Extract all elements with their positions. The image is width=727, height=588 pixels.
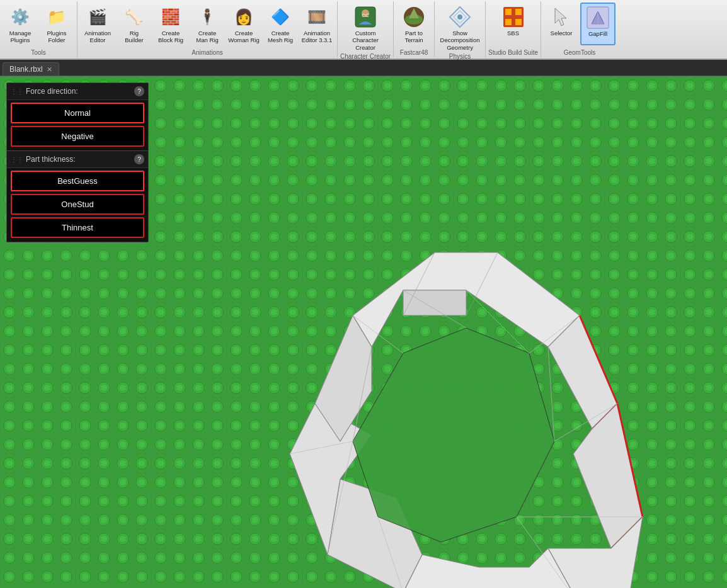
create-mesh-rig-icon: 🔷	[269, 6, 292, 28]
custom-character-creator-button[interactable]: CC Custom CharacterCreator	[344, 3, 387, 53]
toolbar-geomtools-items: Selector GapFill	[544, 3, 615, 49]
main-viewport: Force direction: ? Normal Negative Part …	[0, 76, 727, 588]
force-direction-title: Force direction:	[11, 87, 78, 96]
tabbar: Blank.rbxl ✕	[0, 60, 727, 76]
plugins-folder-icon: 📁	[45, 6, 68, 28]
rig-builder-button[interactable]: 🦴 RigBuilder	[117, 3, 152, 46]
sbs-button[interactable]: SBS	[496, 3, 531, 45]
create-woman-rig-icon: 👩	[232, 6, 255, 28]
manage-plugins-label: Manage Plugins	[4, 30, 36, 44]
plugins-folder-button[interactable]: 📁 Plugins Folder	[39, 3, 74, 46]
create-mesh-rig-label: CreateMesh Rig	[268, 30, 293, 44]
toolbar-group-fastcar48: Part toTerrain Fastcar48	[394, 1, 435, 57]
show-decomp-geometry-button[interactable]: Show DecompositionGeometry	[437, 3, 483, 53]
toolbar-group-geomtools: Selector GapFill GeomTools	[541, 1, 618, 57]
animation-editor-button[interactable]: 🎬 AnimationEditor	[80, 3, 115, 46]
manage-plugins-button[interactable]: ⚙️ Manage Plugins	[3, 3, 38, 46]
sbs-label: SBS	[507, 30, 519, 37]
toolbar-group-sbs: SBS Studio Build Suite	[486, 1, 541, 57]
toolbar-group-character-creator: CC Custom CharacterCreator Character Cre…	[338, 1, 394, 57]
svg-text:CC: CC	[362, 13, 369, 18]
thinnest-button[interactable]: Thinnest	[11, 217, 144, 238]
create-woman-rig-label: CreateWoman Rig	[228, 30, 259, 44]
selector-label: Selector	[551, 30, 573, 37]
toolbar: ⚙️ Manage Plugins 📁 Plugins Folder Tools…	[0, 0, 727, 60]
character-creator-group-label: Character Creator	[340, 53, 391, 61]
svg-rect-13	[515, 19, 522, 25]
tools-group-label: Tools	[31, 49, 45, 57]
plugins-folder-label: Plugins Folder	[41, 30, 72, 44]
show-decomp-geometry-icon	[449, 6, 471, 28]
force-direction-help[interactable]: ?	[134, 86, 144, 96]
toolbar-group-animations: 🎬 AnimationEditor 🦴 RigBuilder 🧱 CreateB…	[77, 1, 338, 57]
toolbar-animations-items: 🎬 AnimationEditor 🦴 RigBuilder 🧱 CreateB…	[80, 3, 335, 49]
viewport-background[interactable]: Force direction: ? Normal Negative Part …	[0, 76, 727, 588]
selector-button[interactable]: Selector	[544, 3, 579, 45]
rig-builder-icon: 🦴	[123, 6, 146, 28]
animation-editor-label: AnimationEditor	[84, 30, 111, 44]
rig-builder-label: RigBuilder	[125, 30, 144, 44]
svg-rect-11	[515, 9, 522, 15]
part-thickness-title: Part thickness:	[11, 155, 76, 164]
animation-editor-33-icon: 🎞️	[306, 6, 328, 28]
physics-group-label: Physics	[449, 53, 471, 61]
gapfill-icon	[587, 6, 609, 29]
part-thickness-section: Part thickness: ? BestGuess OneStud Thin…	[7, 150, 148, 238]
toolbar-character-items: CC Custom CharacterCreator	[344, 3, 387, 53]
create-mesh-rig-button[interactable]: 🔷 CreateMesh Rig	[263, 3, 298, 46]
create-man-rig-button[interactable]: 🕴 CreateMan Rig	[190, 3, 225, 46]
toolbar-sbs-items: SBS	[496, 3, 531, 49]
toolbar-group-physics: Show DecompositionGeometry Physics	[435, 1, 486, 57]
part-thickness-help[interactable]: ?	[134, 154, 144, 164]
bestguess-button[interactable]: BestGuess	[11, 171, 144, 191]
part-to-terrain-button[interactable]: Part toTerrain	[396, 3, 432, 46]
force-direction-header[interactable]: Force direction: ?	[7, 83, 148, 100]
part-to-terrain-label: Part toTerrain	[405, 30, 423, 44]
create-man-rig-icon: 🕴	[196, 6, 219, 28]
svg-rect-10	[505, 9, 512, 15]
force-direction-section: Force direction: ? Normal Negative	[7, 83, 148, 147]
animations-group-label: Animations	[192, 49, 222, 57]
sbs-group-label: Studio Build Suite	[488, 49, 538, 57]
toolbar-fastcar-items: Part toTerrain	[396, 3, 432, 49]
control-panel: Force direction: ? Normal Negative Part …	[6, 82, 149, 242]
show-decomp-geometry-label: Show DecompositionGeometry	[439, 30, 481, 51]
geomtools-group-label: GeomTools	[564, 49, 596, 57]
tab-close-icon[interactable]: ✕	[47, 65, 52, 74]
tab-blank-rbxl[interactable]: Blank.rbxl ✕	[3, 62, 59, 76]
svg-marker-36	[353, 328, 554, 542]
create-block-rig-icon: 🧱	[159, 6, 182, 28]
create-block-rig-button[interactable]: 🧱 CreateBlock Rig	[153, 3, 188, 46]
tab-label: Blank.rbxl	[9, 65, 43, 74]
svg-point-8	[457, 14, 462, 20]
normal-button[interactable]: Normal	[11, 103, 144, 123]
svg-rect-12	[505, 19, 512, 25]
animation-editor-33-button[interactable]: 🎞️ AnimationEditor 3.3.1	[299, 3, 335, 46]
3d-shape	[220, 202, 661, 588]
animation-editor-icon: 🎬	[86, 6, 109, 28]
onestud-button[interactable]: OneStud	[11, 194, 144, 215]
gapfill-label: GapFill	[588, 30, 607, 37]
fastcar48-group-label: Fastcar48	[400, 49, 428, 57]
sbs-icon	[502, 6, 525, 28]
custom-character-creator-label: Custom CharacterCreator	[346, 30, 385, 51]
toolbar-tools-items: ⚙️ Manage Plugins 📁 Plugins Folder	[3, 3, 74, 49]
animation-editor-33-label: AnimationEditor 3.3.1	[302, 30, 333, 44]
manage-plugins-icon: ⚙️	[9, 6, 31, 28]
create-man-rig-label: CreateMan Rig	[196, 30, 218, 44]
svg-marker-24	[403, 290, 466, 315]
negative-button[interactable]: Negative	[11, 126, 144, 147]
part-thickness-header[interactable]: Part thickness: ?	[7, 151, 148, 168]
gapfill-button[interactable]: GapFill	[580, 3, 615, 45]
create-woman-rig-button[interactable]: 👩 CreateWoman Rig	[226, 3, 261, 46]
toolbar-group-tools: ⚙️ Manage Plugins 📁 Plugins Folder Tools	[0, 1, 77, 57]
create-block-rig-label: CreateBlock Rig	[158, 30, 183, 44]
selector-icon	[550, 6, 573, 28]
custom-character-creator-icon: CC	[354, 6, 377, 28]
toolbar-physics-items: Show DecompositionGeometry	[437, 3, 483, 53]
part-to-terrain-icon	[403, 6, 425, 28]
